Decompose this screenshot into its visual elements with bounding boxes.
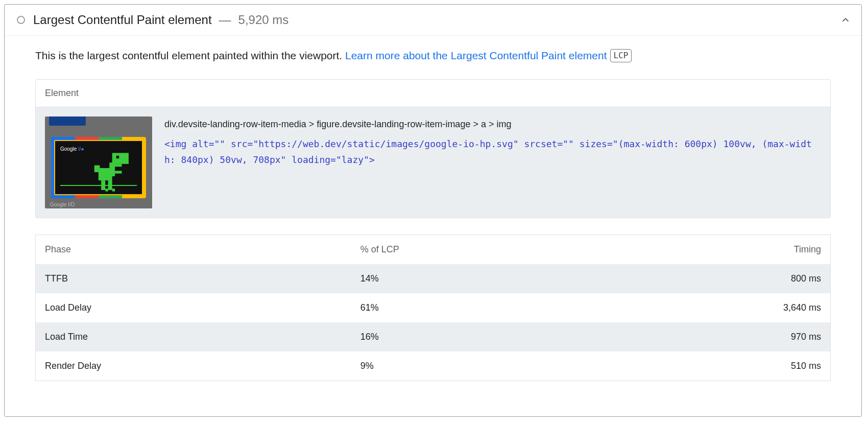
cell-timing: 800 ms: [592, 264, 830, 293]
description-intro: This is the largest contentful element p…: [35, 50, 345, 61]
svg-rect-5: [115, 171, 122, 174]
table-row: Render Delay 9% 510 ms: [36, 351, 831, 381]
table-row: TTFB 14% 800 ms: [36, 264, 831, 293]
panel-title-metric: 5,920 ms: [238, 13, 289, 27]
cell-phase: Render Delay: [36, 351, 351, 381]
cell-pct: 61%: [351, 293, 593, 322]
table-header-row: Phase % of LCP Timing: [36, 235, 831, 265]
cell-pct: 16%: [351, 322, 593, 351]
panel-title-wrap: Largest Contentful Paint element — 5,920…: [33, 13, 832, 27]
panel-title: Largest Contentful Paint element: [33, 13, 212, 27]
cell-pct: 14%: [351, 264, 593, 293]
col-phase: Phase: [36, 235, 351, 265]
panel-body: This is the largest contentful element p…: [5, 35, 861, 393]
dino-icon: [89, 150, 133, 194]
phase-table: Phase % of LCP Timing TTFB 14% 800 ms Lo…: [35, 235, 831, 381]
cell-timing: 970 ms: [592, 322, 830, 351]
cell-timing: 3,640 ms: [592, 293, 830, 322]
svg-rect-3: [99, 168, 112, 180]
panel-description: This is the largest contentful element p…: [35, 36, 831, 79]
svg-rect-9: [112, 189, 115, 192]
thumb-caption: Google I/O: [50, 202, 75, 207]
element-text: div.devsite-landing-row-item-media > fig…: [164, 116, 821, 168]
cell-phase: TTFB: [36, 264, 351, 293]
thumb-label-prefix: Google: [60, 146, 78, 152]
col-timing: Timing: [592, 235, 830, 265]
svg-rect-0: [112, 153, 129, 165]
cell-phase: Load Time: [36, 322, 351, 351]
cell-timing: 510 ms: [592, 351, 830, 381]
learn-more-link[interactable]: Learn more about the Largest Contentful …: [345, 50, 607, 61]
col-pct: % of LCP: [351, 235, 593, 265]
status-circle-icon: [17, 16, 25, 24]
svg-rect-8: [105, 189, 108, 192]
element-thumbnail[interactable]: Google I/●: [45, 116, 152, 208]
panel-header[interactable]: Largest Contentful Paint element — 5,920…: [5, 5, 861, 35]
panel-title-separator: —: [219, 13, 231, 27]
lcp-badge: LCP: [610, 49, 632, 62]
thumb-label-suffix: I/●: [78, 146, 84, 152]
element-markup: <img alt="" src="https://web.dev/static/…: [164, 136, 821, 168]
element-selector: div.devsite-landing-row-item-media > fig…: [164, 116, 821, 132]
lcp-element-panel: Largest Contentful Paint element — 5,920…: [4, 4, 862, 417]
element-card: Element Google I/●: [35, 79, 831, 218]
element-card-heading: Element: [36, 80, 830, 107]
table-row: Load Time 16% 970 ms: [36, 322, 831, 351]
chevron-up-icon[interactable]: [840, 14, 851, 26]
element-card-body: Google I/●: [36, 107, 830, 218]
table-row: Load Delay 61% 3,640 ms: [36, 293, 831, 322]
cell-phase: Load Delay: [36, 293, 351, 322]
svg-rect-10: [116, 156, 119, 158]
cell-pct: 9%: [351, 351, 593, 381]
svg-rect-4: [94, 166, 100, 172]
